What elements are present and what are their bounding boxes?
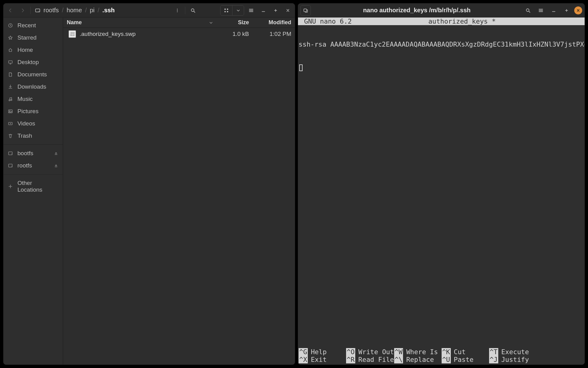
file-list-panel: Name Size Modified 10100110.authorized_k… xyxy=(63,17,295,365)
sidebar-item-label: Recent xyxy=(17,22,36,29)
column-header-modified[interactable]: Modified xyxy=(253,19,292,26)
nano-line-text: ssh-rsa AAAAB3NzaC1yc2EAAAADAQABAAABAQDR… xyxy=(299,40,585,48)
hamburger-menu-button[interactable] xyxy=(246,5,256,16)
nav-back-button[interactable] xyxy=(5,5,16,16)
sidebar-item-rootfs[interactable]: rootfs xyxy=(3,159,63,172)
terminal-body[interactable]: GNU nano 6.2 authorized_keys * ssh-rsa A… xyxy=(298,17,585,365)
column-header-size[interactable]: Size xyxy=(216,19,253,26)
breadcrumb-seg-home[interactable]: home xyxy=(65,6,84,14)
sidebar-item-trash[interactable]: Trash xyxy=(3,130,63,142)
svg-rect-23 xyxy=(304,9,307,12)
svg-rect-8 xyxy=(224,11,226,12)
file-manager-titlebar: rootfs / home / pi / .ssh xyxy=(3,3,295,17)
file-row[interactable]: 10100110.authorized_keys.swp1.0 kB1:02 P… xyxy=(63,28,295,40)
sidebar-item-desktop[interactable]: Desktop xyxy=(3,56,63,68)
terminal-titlebar: nano authorized_keys /m/b/r/h/p/.ssh xyxy=(298,3,585,17)
nano-shortcut: ^JJustify xyxy=(489,356,537,363)
view-icons-button[interactable] xyxy=(221,6,232,15)
window-minimize-button[interactable] xyxy=(258,5,269,16)
document-icon xyxy=(8,72,13,77)
video-icon xyxy=(8,121,13,126)
sidebar-item-music[interactable]: Music xyxy=(3,93,63,105)
sidebar-item-pictures[interactable]: Pictures xyxy=(3,105,63,117)
window-close-button[interactable] xyxy=(574,6,582,14)
eject-icon[interactable] xyxy=(54,151,58,156)
sidebar-item-videos[interactable]: Videos xyxy=(3,117,63,130)
svg-rect-6 xyxy=(224,9,226,10)
breadcrumb-separator: / xyxy=(62,7,64,14)
sidebar-item-label: Pictures xyxy=(17,108,39,115)
nano-shortcut-key: ^G xyxy=(299,348,308,356)
svg-point-24 xyxy=(526,9,529,11)
path-menu-button[interactable] xyxy=(172,5,183,16)
svg-rect-19 xyxy=(55,154,57,155)
svg-rect-7 xyxy=(227,9,228,10)
nano-shortcut-label: Write Out xyxy=(358,348,394,356)
svg-rect-20 xyxy=(9,164,12,167)
view-controls-group xyxy=(220,5,244,16)
breadcrumb-seg-ssh[interactable]: .ssh xyxy=(100,6,116,14)
nano-shortcut-label: Exit xyxy=(311,356,327,363)
terminal-search-button[interactable] xyxy=(523,5,533,16)
nano-shortcut-label: Where Is xyxy=(406,348,438,356)
sidebar-item-home[interactable]: Home xyxy=(3,44,63,56)
svg-point-13 xyxy=(11,99,12,101)
sidebar-item-bootfs[interactable]: bootfs xyxy=(3,147,63,159)
separator xyxy=(185,7,185,14)
nano-shortcut-label: Help xyxy=(311,348,327,356)
terminal-menu-button[interactable] xyxy=(536,5,546,16)
sidebar-item-label: rootfs xyxy=(17,162,32,169)
nano-shortcut: ^\Replace xyxy=(394,356,442,363)
svg-rect-0 xyxy=(36,9,40,12)
sidebar-item-downloads[interactable]: Downloads xyxy=(3,81,63,93)
nano-shortcut-key: ^K xyxy=(442,348,451,356)
svg-rect-11 xyxy=(9,61,12,63)
window-close-button[interactable] xyxy=(283,5,293,16)
breadcrumb-seg-rootfs[interactable]: rootfs xyxy=(42,6,61,14)
sidebar-item-label: bootfs xyxy=(17,150,33,157)
terminal-new-tab-button[interactable] xyxy=(300,5,311,16)
svg-point-5 xyxy=(191,9,194,11)
breadcrumb: rootfs / home / pi / .ssh xyxy=(33,5,170,16)
sidebar-item-documents[interactable]: Documents xyxy=(3,68,63,81)
search-button[interactable] xyxy=(188,5,198,16)
nano-content[interactable]: ssh-rsa AAAAB3NzaC1yc2EAAAADAQABAAABAQDR… xyxy=(298,25,585,348)
nano-shortcut-key: ^R xyxy=(346,356,355,363)
nano-shortcut-key: ^W xyxy=(394,348,403,356)
disk-icon xyxy=(8,163,13,168)
separator xyxy=(30,7,31,14)
download-icon xyxy=(8,84,13,89)
view-dropdown-button[interactable] xyxy=(232,6,244,15)
nano-header: GNU nano 6.2 authorized_keys * xyxy=(298,17,585,25)
window-maximize-button[interactable] xyxy=(270,5,281,16)
svg-point-2 xyxy=(177,9,178,9)
sidebar-item-starred[interactable]: Starred xyxy=(3,32,63,44)
disk-icon xyxy=(8,151,13,156)
svg-rect-9 xyxy=(227,11,228,12)
file-rows: 10100110.authorized_keys.swp1.0 kB1:02 P… xyxy=(63,28,295,365)
window-maximize-button[interactable] xyxy=(561,5,572,16)
sidebar-item-recent[interactable]: Recent xyxy=(3,19,63,32)
file-manager-sidebar: RecentStarredHomeDesktopDocumentsDownloa… xyxy=(3,17,63,365)
desktop-icon xyxy=(8,60,13,65)
breadcrumb-seg-pi[interactable]: pi xyxy=(88,6,96,14)
music-icon xyxy=(8,97,13,102)
nano-shortcut-key: ^X xyxy=(299,356,308,363)
nano-shortcut-label: Justify xyxy=(501,356,529,363)
column-header-name[interactable]: Name xyxy=(63,19,216,26)
window-minimize-button[interactable] xyxy=(548,5,559,16)
nano-version: GNU nano 6.2 xyxy=(304,17,352,25)
nav-forward-button[interactable] xyxy=(17,5,28,16)
nano-shortcut-key: ^O xyxy=(346,348,355,356)
nano-shortcut-key: ^T xyxy=(489,348,498,356)
nano-shortcut: ^UPaste xyxy=(442,356,489,363)
nano-filename: authorized_keys * xyxy=(352,17,572,25)
sidebar-item-label: Documents xyxy=(17,71,47,78)
file-name: .authorized_keys.swp xyxy=(80,31,216,37)
sort-indicator-icon xyxy=(209,21,213,25)
nano-shortcut-key: ^\ xyxy=(394,356,403,363)
star-icon xyxy=(8,35,13,40)
breadcrumb-separator: / xyxy=(85,7,87,14)
sidebar-item-other-locations[interactable]: Other Locations xyxy=(3,177,63,196)
eject-icon[interactable] xyxy=(54,163,58,168)
